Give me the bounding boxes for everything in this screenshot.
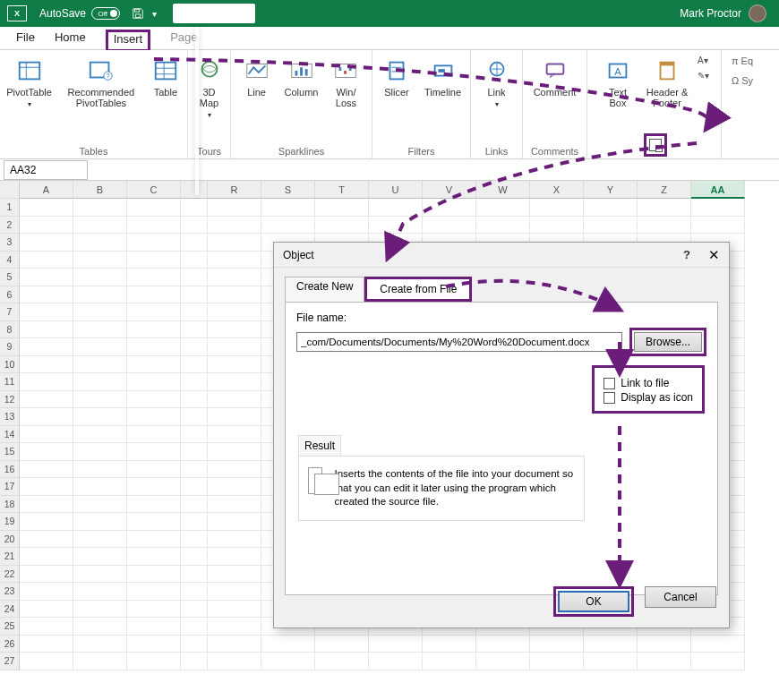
row-header[interactable]: 27 bbox=[0, 653, 20, 670]
cell[interactable] bbox=[208, 408, 261, 426]
cell[interactable] bbox=[73, 338, 127, 356]
cell[interactable] bbox=[73, 618, 127, 636]
cell[interactable] bbox=[476, 199, 530, 217]
cell[interactable] bbox=[73, 443, 127, 461]
cell[interactable] bbox=[530, 636, 584, 653]
dialog-help-button[interactable]: ? bbox=[683, 248, 690, 261]
column-header[interactable]: W bbox=[476, 181, 530, 199]
row-header[interactable]: 26 bbox=[0, 636, 20, 653]
tab-file[interactable]: File bbox=[16, 30, 35, 49]
table-button[interactable]: Table bbox=[147, 55, 184, 110]
cell[interactable] bbox=[20, 391, 73, 409]
pivottable-button[interactable]: PivotTable▾ bbox=[3, 55, 56, 110]
qat-customize-icon[interactable]: ▾ bbox=[152, 9, 157, 19]
cell[interactable] bbox=[127, 408, 181, 426]
cell[interactable] bbox=[73, 478, 127, 496]
sparkline-line-button[interactable]: Line bbox=[238, 55, 276, 110]
cell[interactable] bbox=[181, 356, 208, 374]
cell[interactable] bbox=[20, 217, 73, 235]
cell[interactable] bbox=[73, 461, 127, 479]
row-header[interactable]: 8 bbox=[0, 321, 20, 339]
wordart-icon[interactable]: A▾ bbox=[698, 55, 709, 65]
filename-input[interactable] bbox=[296, 332, 622, 352]
autosave-toggle[interactable]: AutoSave Off bbox=[39, 7, 120, 20]
cell[interactable] bbox=[181, 426, 208, 444]
cancel-button[interactable]: Cancel bbox=[645, 586, 716, 608]
cell[interactable] bbox=[261, 636, 315, 653]
cell[interactable] bbox=[208, 426, 261, 444]
cell[interactable] bbox=[20, 199, 73, 217]
cell[interactable] bbox=[181, 303, 208, 321]
cell[interactable] bbox=[73, 269, 127, 286]
cell[interactable] bbox=[127, 426, 181, 444]
cell[interactable] bbox=[73, 234, 127, 252]
cell[interactable] bbox=[208, 531, 261, 549]
cell[interactable] bbox=[181, 566, 208, 584]
text-box-button[interactable]: A Text Box bbox=[599, 55, 637, 110]
row-header[interactable]: 24 bbox=[0, 601, 20, 619]
cell[interactable] bbox=[208, 636, 261, 653]
cell[interactable] bbox=[20, 461, 73, 479]
cell[interactable] bbox=[20, 356, 73, 374]
autosave-switch[interactable]: Off bbox=[91, 7, 120, 20]
cell[interactable] bbox=[73, 583, 127, 601]
cell[interactable] bbox=[208, 548, 261, 566]
cell[interactable] bbox=[476, 217, 530, 235]
cell[interactable] bbox=[127, 199, 181, 217]
link-to-file-checkbox[interactable]: Link to file bbox=[604, 377, 693, 389]
row-header[interactable]: 3 bbox=[0, 234, 20, 252]
cell[interactable] bbox=[127, 601, 181, 619]
cell[interactable] bbox=[208, 443, 261, 461]
cell[interactable] bbox=[208, 461, 261, 479]
cell[interactable] bbox=[208, 513, 261, 531]
cell[interactable] bbox=[530, 653, 584, 670]
cell[interactable] bbox=[423, 217, 476, 235]
cell[interactable] bbox=[20, 286, 73, 304]
row-header[interactable]: 7 bbox=[0, 303, 20, 321]
row-header[interactable]: 14 bbox=[0, 426, 20, 444]
link-button[interactable]: Link▾ bbox=[478, 55, 516, 110]
cell[interactable] bbox=[73, 496, 127, 514]
cell[interactable] bbox=[20, 373, 73, 391]
dialog-tab-create-new[interactable]: Create New bbox=[285, 277, 364, 302]
column-header[interactable]: R bbox=[208, 181, 261, 199]
column-header[interactable]: C bbox=[127, 181, 181, 199]
ok-button[interactable]: OK bbox=[558, 591, 629, 612]
cell[interactable] bbox=[476, 636, 530, 653]
cell[interactable] bbox=[20, 601, 73, 619]
cell[interactable] bbox=[20, 426, 73, 444]
cell[interactable] bbox=[208, 199, 261, 217]
cell[interactable] bbox=[181, 496, 208, 514]
cell[interactable] bbox=[208, 252, 261, 269]
column-header[interactable]: AA bbox=[691, 181, 745, 199]
save-icon[interactable] bbox=[131, 6, 145, 21]
cell[interactable] bbox=[423, 653, 476, 670]
sparkline-column-button[interactable]: Column bbox=[281, 55, 322, 110]
cell[interactable] bbox=[208, 234, 261, 252]
cell[interactable] bbox=[20, 548, 73, 566]
cell[interactable] bbox=[638, 653, 691, 670]
cell[interactable] bbox=[691, 636, 745, 653]
cell[interactable] bbox=[127, 531, 181, 549]
row-header[interactable]: 19 bbox=[0, 513, 20, 531]
column-header[interactable]: Z bbox=[638, 181, 691, 199]
cell[interactable] bbox=[181, 636, 208, 653]
column-header[interactable]: S bbox=[261, 181, 315, 199]
cell[interactable] bbox=[369, 217, 423, 235]
cell[interactable] bbox=[208, 321, 261, 339]
column-header[interactable]: B bbox=[73, 181, 127, 199]
select-all-corner[interactable] bbox=[0, 181, 20, 199]
tab-page[interactable]: Page bbox=[170, 30, 197, 49]
cell[interactable] bbox=[20, 496, 73, 514]
row-header[interactable]: 4 bbox=[0, 252, 20, 269]
cell[interactable] bbox=[208, 566, 261, 584]
cell[interactable] bbox=[638, 217, 691, 235]
timeline-button[interactable]: Timeline bbox=[421, 55, 465, 99]
cell[interactable] bbox=[181, 408, 208, 426]
row-header[interactable]: 20 bbox=[0, 531, 20, 549]
cell[interactable] bbox=[181, 252, 208, 269]
cell[interactable] bbox=[423, 199, 476, 217]
cell[interactable] bbox=[127, 321, 181, 339]
row-header[interactable]: 12 bbox=[0, 391, 20, 409]
cell[interactable] bbox=[476, 653, 530, 670]
